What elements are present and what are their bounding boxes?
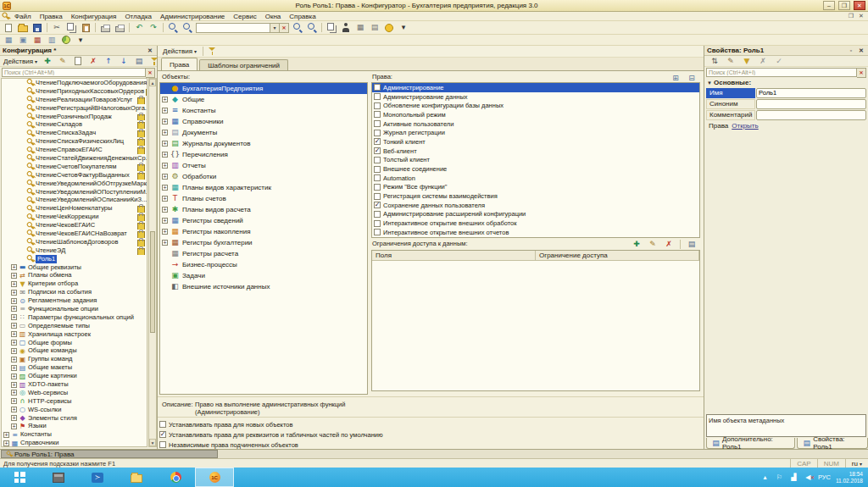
role-option-checkbox[interactable] — [159, 431, 166, 438]
right-checkbox[interactable] — [374, 138, 381, 145]
right-checkbox[interactable] — [374, 102, 381, 109]
config-tree-item[interactable]: ЧтениеУведомленийОПоступленииМ... — [2, 188, 147, 196]
right-checkbox[interactable] — [374, 202, 381, 208]
rights-open-link[interactable]: Открыть — [732, 122, 758, 130]
view-pencil-button[interactable]: ✎ — [724, 55, 737, 67]
mdi-restore-icon[interactable]: ❐ — [846, 12, 856, 20]
edit-button[interactable]: ✎ — [56, 55, 70, 67]
menu-Отладка[interactable]: Отладка — [120, 12, 156, 21]
taskbar-powershell-button[interactable]: ≻ — [78, 468, 117, 487]
right-item[interactable]: Внешнее соединение — [372, 164, 699, 174]
view-filter-button[interactable]: ▼ — [740, 55, 754, 67]
objects-tree-item[interactable]: →Бизнес-процессы — [160, 259, 367, 270]
list-view-button[interactable]: ▤ — [132, 55, 146, 67]
expand-icon[interactable]: + — [3, 432, 9, 438]
menu-Окна[interactable]: Окна — [261, 12, 286, 21]
objects-tree-item[interactable]: +▦Справочники — [160, 116, 367, 127]
mdi-close-icon[interactable]: ✕ — [856, 12, 866, 20]
restore-button[interactable]: ❐ — [838, 1, 850, 10]
right-checkbox[interactable] — [374, 193, 381, 200]
expand-icon[interactable]: + — [11, 306, 17, 312]
right-checkbox[interactable] — [374, 174, 381, 181]
config-tree-item[interactable]: ЧтениеСпискаФизическихЛиц — [2, 137, 147, 146]
property-value-input[interactable] — [756, 99, 866, 109]
config-tree-item[interactable]: +✉Подписки на события — [2, 288, 147, 296]
right-checkbox[interactable] — [374, 111, 381, 118]
objects-tree-item[interactable]: +≡Константы — [160, 105, 367, 116]
expand-icon[interactable]: + — [11, 314, 17, 320]
right-item[interactable]: Администрирование данных — [372, 92, 699, 102]
expand-icon[interactable]: + — [162, 229, 168, 235]
expand-icon[interactable]: + — [162, 207, 168, 213]
config-tree-item[interactable]: ЧтениеСчетовПокупателям — [2, 163, 147, 171]
move-down-button[interactable]: ↓ — [117, 55, 131, 67]
config-tree-item[interactable]: +▦Справочники — [2, 439, 147, 447]
config-tree-item[interactable]: +⚑Языки — [2, 423, 147, 431]
config-tree-item[interactable]: +▨Общие картинки — [2, 372, 147, 380]
taskbar-chrome-button[interactable] — [156, 468, 195, 487]
config-tree-item[interactable]: +◆Элементы стиля — [2, 414, 147, 423]
config-tree-item[interactable]: +⇄Планы обмена — [2, 271, 147, 279]
config-tree-item[interactable]: +≡Константы — [2, 430, 147, 439]
templates-button[interactable]: ▤ — [685, 238, 698, 250]
config-tree-item[interactable]: ЧтениеСправокЕГАИС — [2, 146, 147, 154]
right-item[interactable]: Automation — [372, 174, 699, 183]
config-tree-item[interactable]: +▼Критерии отбора — [2, 279, 147, 288]
cut-button[interactable]: ✂ — [50, 22, 64, 34]
print-button[interactable] — [98, 22, 112, 34]
search-up-button[interactable] — [305, 22, 319, 34]
properties-section-main[interactable]: ▼ Основные: — [704, 78, 868, 87]
find-advanced-button[interactable] — [181, 22, 194, 34]
right-checkbox[interactable] — [374, 166, 381, 173]
right-item[interactable]: Регистрация системы взаимодействия — [372, 191, 699, 201]
right-item[interactable]: Интерактивное открытие внешних обработок — [372, 219, 699, 228]
right-checkbox[interactable] — [374, 157, 381, 163]
menu-Сервис[interactable]: Сервис — [229, 12, 260, 21]
expand-icon[interactable]: + — [11, 415, 17, 421]
find-button[interactable] — [166, 22, 180, 34]
properties-tab[interactable]: ▤Свойства: Роль1 — [797, 438, 868, 449]
config-tree-item[interactable]: +▤Общие макеты — [2, 363, 147, 372]
about-button[interactable] — [382, 22, 396, 34]
scroll-down-icon[interactable]: ▼ — [149, 439, 156, 446]
right-item[interactable]: Сохранение данных пользователя — [372, 201, 699, 210]
expand-icon[interactable]: + — [11, 374, 17, 379]
property-label[interactable]: Имя — [706, 88, 755, 98]
config-tree-item[interactable]: +▭Определяемые типы — [2, 322, 147, 330]
global-search-input[interactable] — [196, 23, 270, 33]
configurator-user-button[interactable] — [339, 22, 353, 34]
config-tree-item[interactable]: ЧтениеСпискаЗадач — [2, 129, 147, 137]
right-item[interactable]: Интерактивное открытие внешних отчетов — [372, 228, 699, 237]
property-label[interactable]: Синоним — [706, 99, 755, 109]
minimize-button[interactable]: – — [823, 1, 835, 10]
taskbar-1c-configurator-button[interactable]: 1С — [195, 468, 234, 487]
configuration-search-input[interactable] — [2, 68, 146, 77]
config-tree-item[interactable]: +▥Хранилища настроек — [2, 330, 147, 339]
expand-icon[interactable]: + — [11, 423, 17, 429]
right-item[interactable]: Администрирование — [372, 83, 699, 92]
right-item[interactable]: Монопольный режим — [372, 110, 699, 119]
config-tree-item[interactable]: ЧтениеПриходныхКассовыхОрдеров — [2, 87, 147, 96]
network-icon[interactable]: ▟ — [789, 473, 798, 482]
interface-editor-button[interactable]: ▦ — [31, 34, 44, 46]
expand-icon[interactable]: + — [11, 264, 17, 270]
right-item[interactable]: Обновление конфигурации базы данных — [372, 101, 699, 110]
objects-tree-item[interactable]: ▣Задачи — [160, 270, 367, 281]
actions-menu-button[interactable]: Действия▾ — [2, 58, 39, 65]
objects-tree-item[interactable]: +⚙Обработки — [160, 171, 367, 182]
menu-Администрирование[interactable]: Администрирование — [156, 12, 229, 21]
undo-button[interactable]: ↶ — [132, 22, 146, 34]
expand-icon[interactable]: + — [162, 130, 168, 136]
delete-button[interactable]: ✗ — [86, 55, 100, 67]
expand-icon[interactable]: + — [11, 348, 17, 354]
print-preview-button[interactable] — [113, 22, 126, 34]
copy-button[interactable] — [64, 22, 78, 34]
filter-icon[interactable] — [208, 47, 217, 56]
expand-icon[interactable]: + — [162, 218, 168, 224]
objects-tree-item[interactable]: +▤Журналы документов — [160, 138, 367, 149]
redo-button[interactable]: ↷ — [147, 22, 160, 34]
taskbar-clock[interactable]: 18:54 11.02.2018 — [836, 471, 863, 484]
config-tree-item[interactable]: +∩HTTP-сервисы — [2, 397, 147, 406]
find-object2-button[interactable] — [71, 55, 85, 67]
expand-icon[interactable]: + — [11, 382, 17, 388]
